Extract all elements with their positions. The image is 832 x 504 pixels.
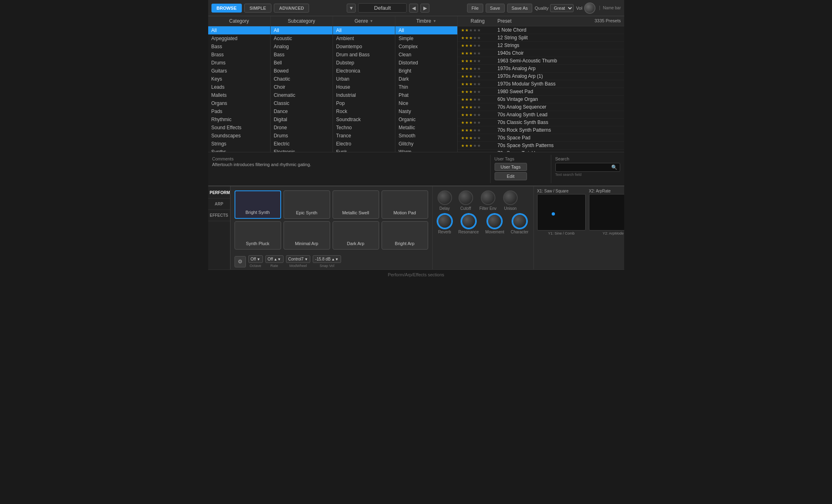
timbre-item[interactable]: Bright: [395, 67, 457, 75]
pad-bright-synth[interactable]: Bright Synth: [235, 190, 281, 219]
subcategory-item[interactable]: Choir: [271, 83, 333, 91]
modwheel-dropdown[interactable]: Control7 ▼: [286, 255, 311, 263]
pad-minimal-arp[interactable]: Minimal Arp: [284, 221, 330, 250]
preset-row[interactable]: ★★★★★ 60s Vintage Organ: [458, 96, 624, 103]
pad-metallic-swell[interactable]: Metallic Swell: [333, 190, 379, 219]
genre-item[interactable]: Drum and Bass: [333, 51, 395, 59]
reverb-knob[interactable]: [437, 214, 452, 229]
gear-button[interactable]: ⚙: [235, 256, 246, 267]
save-btn[interactable]: Save: [486, 4, 505, 13]
subcategory-item[interactable]: Acoustic: [271, 34, 333, 43]
delay-knob[interactable]: [437, 190, 452, 205]
preset-row[interactable]: ★★★★★ 1940s Choir: [458, 49, 624, 57]
unison-knob[interactable]: [503, 190, 518, 205]
category-item[interactable]: Drums: [208, 59, 270, 67]
xy-pad-arprate[interactable]: [589, 194, 624, 231]
preset-row[interactable]: ★★★★★ 70s Space Synth Patterns: [458, 142, 624, 149]
pad-synth-pluck[interactable]: Synth Pluck: [235, 221, 281, 250]
pad-motion-pad[interactable]: Motion Pad: [382, 190, 428, 219]
genre-item[interactable]: Urban: [333, 75, 395, 83]
subcategory-item[interactable]: Analog: [271, 43, 333, 51]
preset-row[interactable]: ★★★★★ 12 String Split: [458, 34, 624, 42]
pad-dark-arp[interactable]: Dark Arp: [333, 221, 379, 250]
category-item[interactable]: Rhythmic: [208, 115, 270, 124]
quality-select[interactable]: Great Good Fast: [550, 4, 574, 12]
category-item[interactable]: Guitars: [208, 67, 270, 75]
genre-item[interactable]: Rock: [333, 107, 395, 115]
tab-perform[interactable]: PERFORM: [208, 187, 230, 199]
category-item-leads[interactable]: Leads: [208, 83, 270, 91]
user-tags-btn[interactable]: User Tags: [495, 163, 527, 171]
preset-row[interactable]: ★★★★★ 1970s Analog Arp: [458, 65, 624, 73]
category-item[interactable]: Pads: [208, 107, 270, 115]
genre-item[interactable]: Industrial: [333, 91, 395, 99]
search-input[interactable]: [558, 165, 611, 170]
subcategory-item[interactable]: Drums: [271, 132, 333, 140]
genre-item[interactable]: Electro: [333, 140, 395, 148]
tab-browse[interactable]: BROWSE: [211, 4, 242, 13]
preset-row[interactable]: ★★★★★ 70s Analog Sequencer: [458, 103, 624, 111]
subcategory-item[interactable]: Electronic: [271, 148, 333, 152]
category-item-all[interactable]: All: [208, 26, 270, 34]
timbre-item[interactable]: Nasty: [395, 107, 457, 115]
timbre-item[interactable]: Smooth: [395, 132, 457, 140]
snapvol-dropdown[interactable]: -15.8 dB ▲▼: [313, 255, 341, 263]
pad-epic-synth[interactable]: Epic Synth: [284, 190, 330, 219]
character-knob[interactable]: [512, 214, 527, 229]
preset-row[interactable]: ★★★★★ 1970s Modular Synth Bass: [458, 80, 624, 88]
timbre-item[interactable]: Warm: [395, 148, 457, 152]
preset-row[interactable]: ★★★★★ 70s Classic Synth Bass: [458, 119, 624, 126]
pad-bright-arp[interactable]: Bright Arp: [382, 221, 428, 250]
preset-row[interactable]: ★★★★★ 70s Rock Synth Patterns: [458, 126, 624, 134]
genre-item[interactable]: Electronica: [333, 67, 395, 75]
prev-btn[interactable]: ◀: [409, 4, 418, 13]
category-item[interactable]: Bass: [208, 43, 270, 51]
subcategory-item[interactable]: Classic: [271, 99, 333, 107]
genre-item[interactable]: House: [333, 83, 395, 91]
subcategory-item[interactable]: Cinematic: [271, 91, 333, 99]
genre-item-trance[interactable]: Trance: [333, 132, 395, 140]
category-item[interactable]: Soundscapes: [208, 132, 270, 140]
genre-item[interactable]: Downtempo: [333, 43, 395, 51]
preset-row[interactable]: ★★★★★ 70s Space Pad: [458, 134, 624, 142]
cutoff-knob[interactable]: [459, 190, 473, 205]
edit-btn[interactable]: Edit: [495, 172, 527, 180]
timbre-item[interactable]: Phat: [395, 91, 457, 99]
movement-knob[interactable]: [487, 214, 502, 229]
tab-advanced[interactable]: ADVANCED: [274, 4, 309, 13]
category-item[interactable]: Arpeggiated: [208, 34, 270, 43]
category-item[interactable]: Organs: [208, 99, 270, 107]
resonance-knob[interactable]: [461, 214, 476, 229]
category-item-sound-effects[interactable]: Sound Effects: [208, 124, 270, 132]
subcategory-item[interactable]: Bell: [271, 59, 333, 67]
genre-item[interactable]: Techno: [333, 124, 395, 132]
timbre-item[interactable]: Simple: [395, 34, 457, 43]
genre-item[interactable]: Pop: [333, 99, 395, 107]
preset-row[interactable]: ★★★★★ 1980 Sweet Pad: [458, 88, 624, 96]
preset-row[interactable]: ★★★★★ 70s Analog Synth Lead: [458, 111, 624, 119]
subcategory-item-all[interactable]: All: [271, 26, 333, 34]
rate-dropdown[interactable]: Off ▲▼: [265, 255, 284, 263]
preset-row[interactable]: ★★★★★ 1963 Semi-Acoustic Thumb: [458, 57, 624, 65]
tab-arp[interactable]: ARP: [208, 199, 230, 210]
subcategory-item[interactable]: Electric: [271, 140, 333, 148]
timbre-item[interactable]: Clean: [395, 51, 457, 59]
genre-item[interactable]: Ambient: [333, 34, 395, 43]
genre-item[interactable]: Soundtrack: [333, 115, 395, 124]
filter-env-knob[interactable]: [481, 190, 495, 205]
tab-simple[interactable]: SIMPLE: [244, 4, 271, 13]
subcategory-item[interactable]: Digital: [271, 115, 333, 124]
timbre-item[interactable]: Nice: [395, 99, 457, 107]
subcategory-item[interactable]: Chaotic: [271, 75, 333, 83]
category-item[interactable]: Synths: [208, 148, 270, 152]
subcategory-item[interactable]: Drone: [271, 124, 333, 132]
timbre-item[interactable]: Dark: [395, 75, 457, 83]
file-btn[interactable]: File: [467, 4, 483, 13]
timbre-item[interactable]: Organic: [395, 115, 457, 124]
preset-row[interactable]: ★★★★★ 1 Note Chord: [458, 26, 624, 34]
timbre-item[interactable]: Glitchy: [395, 140, 457, 148]
xy-pad-saw-square[interactable]: [537, 194, 586, 231]
vol-knob[interactable]: [584, 2, 595, 14]
genre-item[interactable]: Funk: [333, 148, 395, 152]
tab-effects[interactable]: EFFECTS: [208, 210, 230, 221]
